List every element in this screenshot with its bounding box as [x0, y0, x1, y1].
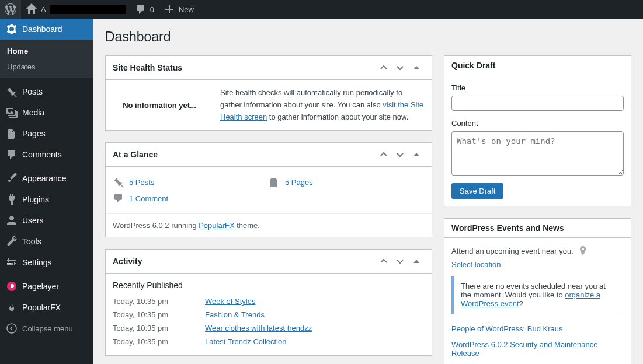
menu-label: Pagelayer [22, 282, 59, 291]
menu-settings[interactable]: Settings [0, 252, 93, 273]
select-location-link[interactable]: Select location [451, 260, 501, 269]
menu-label: Tools [22, 237, 41, 246]
pages-icon [269, 176, 280, 188]
theme-link[interactable]: PopularFX [199, 221, 234, 230]
comments-icon [6, 149, 18, 160]
menu-label: Plugins [22, 195, 49, 204]
box-header: Site Health Status [106, 56, 432, 80]
glance-comments-link[interactable]: 1 Comment [129, 194, 168, 203]
pin-icon [113, 176, 124, 188]
menu-popularfx[interactable]: PopularFX [0, 297, 93, 318]
activity-post-link[interactable]: Week of Styles [205, 297, 255, 306]
title-label: Title [451, 82, 624, 93]
activity-row: Today, 10:35 pmWeek of Styles [113, 295, 425, 308]
move-up-button[interactable] [376, 61, 392, 75]
activity-post-link[interactable]: Fashion & Trends [205, 310, 265, 319]
move-up-button[interactable] [376, 148, 392, 162]
sliders-icon [6, 257, 18, 268]
move-up-button[interactable] [376, 254, 392, 268]
draft-content-textarea[interactable] [451, 131, 624, 176]
events-news-box: WordPress Events and News Attend an upco… [444, 218, 631, 364]
collapse-icon [6, 323, 18, 334]
news-link[interactable]: People of WordPress: Bud Kraus [451, 324, 563, 333]
menu-appearance[interactable]: Appearance [0, 168, 93, 189]
move-down-button[interactable] [392, 61, 408, 75]
activity-date: Today, 10:35 pm [113, 337, 205, 346]
pin-icon [6, 86, 18, 97]
box-title: Site Health Status [113, 63, 376, 72]
dashboard-submenu: Home Updates [0, 40, 93, 78]
quick-draft-box: Quick Draft Title Content Save Draft [444, 55, 631, 206]
site-name-initial: A [41, 5, 46, 14]
menu-label: PopularFX [22, 303, 61, 312]
activity-date: Today, 10:35 pm [113, 310, 205, 319]
submenu-updates[interactable]: Updates [0, 59, 93, 75]
glance-comments: 1 Comment [113, 190, 269, 206]
toggle-button[interactable] [408, 148, 425, 162]
new-content-link[interactable]: New [159, 0, 199, 19]
menu-dashboard[interactable]: Dashboard [0, 19, 93, 40]
news-item: Post Status: The $500 Website [444, 361, 631, 364]
admin-toolbar: A 0 New [0, 0, 643, 19]
collapse-label: Collapse menu [22, 324, 73, 333]
main-content: Dashboard Site Health Status No informat… [93, 19, 643, 364]
site-health-box: Site Health Status No information yet...… [105, 55, 432, 131]
news-item: People of WordPress: Bud Kraus [444, 321, 631, 337]
menu-label: Media [22, 108, 44, 117]
health-status: No information yet... [113, 87, 206, 110]
content-label: Content [451, 118, 624, 129]
menu-users[interactable]: Users [0, 210, 93, 231]
at-a-glance-box: At a Glance 5 Posts [105, 142, 432, 237]
box-title: WordPress Events and News [451, 223, 624, 233]
glance-posts-link[interactable]: 5 Posts [129, 178, 154, 187]
move-down-button[interactable] [392, 148, 408, 162]
activity-date: Today, 10:35 pm [113, 324, 205, 332]
save-draft-button[interactable]: Save Draft [451, 183, 503, 199]
glance-pages-link[interactable]: 5 Pages [285, 178, 313, 187]
glance-version: WordPress 6.0.2 running PopularFX theme. [106, 214, 432, 237]
menu-pages[interactable]: Pages [0, 123, 93, 144]
home-icon [26, 4, 37, 15]
admin-sidebar: Dashboard Home Updates Posts Media Pages… [0, 19, 93, 364]
location-icon [577, 245, 589, 257]
comments-link[interactable]: 0 [130, 0, 159, 19]
menu-media[interactable]: Media [0, 102, 93, 123]
comment-icon [113, 192, 124, 204]
activity-post-link[interactable]: Latest Trendz Collection [205, 337, 286, 346]
toggle-button[interactable] [408, 254, 425, 268]
health-description: Site health checks will automatically ru… [220, 87, 425, 123]
no-events-notice: There are no events scheduled near you a… [451, 276, 624, 314]
page-title: Dashboard [105, 29, 631, 45]
svg-rect-2 [15, 263, 16, 264]
glance-pages: 5 Pages [269, 174, 425, 190]
svg-point-4 [7, 324, 16, 333]
draft-title-input[interactable] [451, 96, 624, 111]
comment-icon [135, 4, 147, 15]
menu-label: Users [22, 216, 44, 225]
news-link[interactable]: WordPress 6.0.2 Security and Maintenance… [451, 340, 598, 358]
events-attend-row: Attend an upcoming event near you. Selec… [444, 238, 631, 276]
box-title: Activity [113, 257, 376, 266]
menu-label: Posts [22, 87, 43, 96]
wordpress-logo-icon [5, 4, 16, 15]
media-icon [6, 107, 18, 118]
activity-post-link[interactable]: Wear clothes with latest trendzz [205, 324, 312, 332]
submenu-home[interactable]: Home [0, 43, 93, 59]
box-title: At a Glance [113, 150, 376, 159]
wp-logo-menu[interactable] [0, 0, 21, 19]
toggle-button[interactable] [408, 61, 425, 75]
activity-date: Today, 10:35 pm [113, 297, 205, 306]
site-home-link[interactable]: A [21, 0, 130, 19]
menu-plugins[interactable]: Plugins [0, 189, 93, 210]
svg-rect-0 [7, 260, 8, 261]
popularfx-icon [6, 302, 18, 313]
collapse-menu[interactable]: Collapse menu [0, 318, 93, 339]
menu-tools[interactable]: Tools [0, 231, 93, 252]
menu-pagelayer[interactable]: Pagelayer [0, 276, 93, 297]
menu-comments[interactable]: Comments [0, 144, 93, 165]
news-item: WordPress 6.0.2 Security and Maintenance… [444, 337, 631, 361]
menu-posts[interactable]: Posts [0, 81, 93, 102]
menu-label: Comments [22, 150, 62, 159]
move-down-button[interactable] [392, 254, 408, 268]
pages-icon [6, 128, 18, 139]
